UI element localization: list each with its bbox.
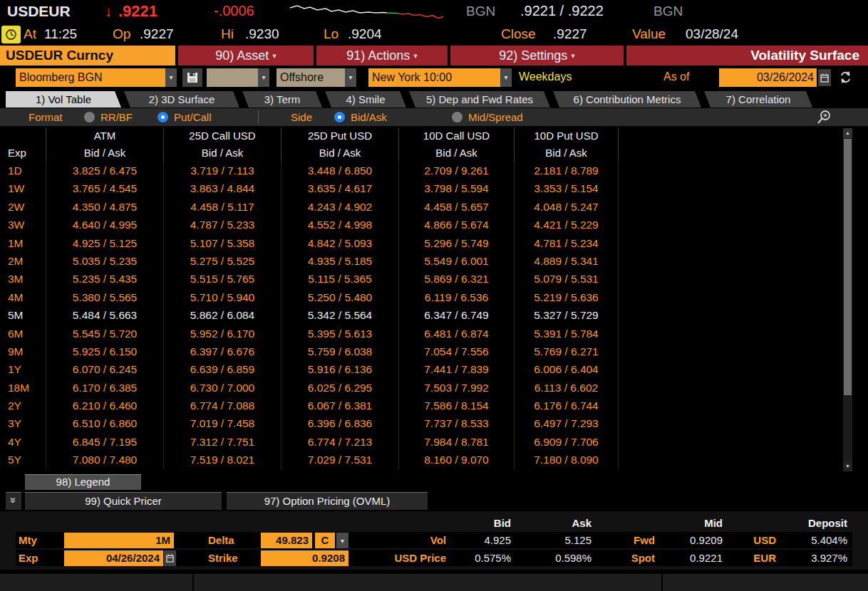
table-row[interactable]: 1W3.765 / 4.5453.863 / 4.8443.635 / 4.61… bbox=[6, 179, 619, 197]
exp-cell: 1Y bbox=[6, 360, 46, 378]
side-bidask-radio[interactable] bbox=[334, 112, 345, 122]
table-row[interactable]: 6M5.545 / 5.7205.952 / 6.1705.395 / 5.61… bbox=[6, 325, 619, 342]
refresh-button[interactable] bbox=[838, 70, 853, 88]
col-header: 25D Call USD bbox=[164, 127, 281, 145]
legend-button[interactable]: 98) Legend bbox=[25, 474, 141, 490]
tab-3-term[interactable]: 3) Term bbox=[242, 91, 322, 108]
calendar-mode-label[interactable]: Weekdays bbox=[519, 70, 572, 83]
bid-ask-cell: 5.115 / 5.365 bbox=[281, 270, 399, 288]
cut-time-select[interactable]: New York 10:00 ▾ bbox=[368, 68, 512, 87]
chevron-down-icon: ▾ bbox=[571, 51, 575, 60]
exp-cell: 6M bbox=[6, 325, 46, 342]
chevron-down-icon: ▾ bbox=[413, 51, 418, 60]
table-row[interactable]: 3M5.235 / 5.4355.515 / 5.7655.115 / 5.36… bbox=[6, 270, 619, 288]
tab-7-correlation[interactable]: 7) Correlation bbox=[704, 91, 812, 108]
save-button[interactable] bbox=[182, 68, 202, 87]
table-row[interactable]: 1M4.925 / 5.1255.107 / 5.3584.842 / 5.09… bbox=[6, 234, 619, 252]
exp-cell: 1W bbox=[6, 179, 46, 197]
price-sparkline bbox=[289, 1, 445, 22]
scroll-up-icon[interactable]: ▲ bbox=[843, 128, 852, 138]
as-of-label: As of bbox=[663, 70, 689, 83]
sub-header: Bid / Ask bbox=[399, 145, 515, 162]
format-putcall-radio[interactable] bbox=[157, 112, 168, 122]
table-row[interactable]: 3Y6.510 / 6.8607.019 / 7.4586.396 / 6.83… bbox=[6, 414, 619, 432]
bid-ask-quote: .9221 / .9222 bbox=[520, 3, 604, 19]
table-row[interactable]: 4M5.380 / 5.5655.710 / 5.9405.250 / 5.48… bbox=[6, 288, 619, 306]
market-select[interactable]: Offshore ▾ bbox=[277, 68, 356, 87]
quick-pricer-button[interactable]: 99) Quick Pricer bbox=[25, 492, 222, 510]
chevron-down-icon[interactable]: ▾ bbox=[336, 533, 348, 548]
tab-6-contribution-metrics[interactable]: 6) Contribution Metrics bbox=[553, 91, 701, 108]
table-row[interactable]: 5Y7.080 / 7.4807.519 / 8.0217.029 / 7.53… bbox=[6, 451, 619, 469]
call-put-select[interactable]: C bbox=[315, 533, 335, 548]
table-row[interactable]: 9M5.925 / 6.1506.397 / 6.6765.759 / 6.03… bbox=[6, 342, 619, 360]
table-row[interactable]: 1Y6.070 / 6.2456.639 / 6.8595.916 / 6.13… bbox=[6, 360, 619, 378]
asset-menu-button[interactable]: 90) Asset ▾ bbox=[178, 46, 314, 66]
layout-select[interactable]: ▾ bbox=[207, 68, 269, 87]
format-rrbf-radio[interactable] bbox=[84, 112, 95, 122]
bid-ask-cell: 6.730 / 7.000 bbox=[164, 379, 281, 397]
expiry-date-field[interactable]: 04/26/2024 bbox=[64, 550, 163, 566]
side-midspread-radio[interactable] bbox=[452, 112, 463, 122]
maturity-field[interactable]: 1M bbox=[64, 533, 174, 548]
last-price: .9221 bbox=[118, 2, 157, 21]
bid-ask-cell: 7.029 / 7.531 bbox=[281, 451, 399, 469]
bid-ask-cell: 7.503 / 7.992 bbox=[399, 379, 515, 397]
tab-4-smile[interactable]: 4) Smile bbox=[325, 91, 406, 108]
bid-ask-cell: 5.862 / 6.084 bbox=[164, 306, 281, 324]
table-row[interactable]: 2M5.035 / 5.2355.275 / 5.5254.935 / 5.18… bbox=[6, 252, 619, 270]
bid-ask-cell: 5.327 / 5.729 bbox=[515, 306, 619, 324]
calendar-picker-button[interactable] bbox=[818, 69, 831, 86]
bid-ask-cell: 3.635 / 4.617 bbox=[281, 179, 399, 197]
table-row[interactable]: 1D3.825 / 6.4753.719 / 7.1133.448 / 6.85… bbox=[6, 162, 619, 179]
bid-ask-cell: 5.710 / 5.940 bbox=[164, 288, 281, 306]
bid-ask-cell: 5.219 / 5.636 bbox=[515, 288, 619, 306]
bid-ask-cell: 5.925 / 6.150 bbox=[46, 342, 164, 360]
bid-ask-cell: 6.176 / 6.744 bbox=[515, 397, 619, 414]
bid-ask-cell: 6.006 / 6.404 bbox=[515, 360, 619, 378]
table-row[interactable]: 3W4.640 / 4.9954.787 / 5.2334.552 / 4.99… bbox=[6, 216, 619, 234]
table-row[interactable]: 2Y6.210 / 6.4606.774 / 7.0886.067 / 6.38… bbox=[6, 397, 619, 414]
bid-ask-cell: 4.866 / 5.674 bbox=[399, 216, 515, 234]
exp-cell: 5M bbox=[6, 306, 46, 324]
chevron-down-icon: ▾ bbox=[500, 68, 512, 87]
actions-menu-button[interactable]: 91) Actions ▾ bbox=[316, 46, 448, 66]
tab-1-vol-table[interactable]: 1) Vol Table bbox=[6, 91, 121, 108]
table-row[interactable]: 5M5.484 / 5.6635.862 / 6.0845.342 / 5.56… bbox=[6, 306, 619, 324]
bid-ask-cell: 5.107 / 5.358 bbox=[164, 234, 281, 252]
divider bbox=[258, 110, 259, 124]
security-field[interactable]: USDEUR Curncy bbox=[0, 46, 175, 66]
exp-label: Exp bbox=[19, 552, 38, 564]
table-row[interactable]: 2W4.350 / 4.8754.458 / 5.1174.243 / 4.90… bbox=[6, 198, 619, 216]
format-rrbf-label: RR/BF bbox=[100, 108, 133, 126]
delta-field[interactable]: 49.823 bbox=[261, 533, 312, 548]
fwd-label: Fwd bbox=[609, 534, 655, 546]
double-chevron-down-icon: » bbox=[6, 497, 22, 503]
chevron-down-icon: ▾ bbox=[165, 68, 177, 87]
option-pricing-button[interactable]: 97) Option Pricing (OVML) bbox=[227, 492, 428, 510]
collapse-panel-button[interactable]: » bbox=[6, 492, 21, 510]
scroll-down-icon[interactable]: ▼ bbox=[843, 461, 852, 471]
as-of-date-field[interactable]: 03/26/2024 bbox=[719, 68, 817, 87]
intraday-clock-icon[interactable] bbox=[1, 26, 21, 43]
tab-5-dep-and-fwd-rates[interactable]: 5) Dep and Fwd Rates bbox=[409, 91, 550, 108]
bid-ask-cell: 7.737 / 8.533 bbox=[399, 414, 515, 432]
settings-menu-button[interactable]: 92) Settings ▾ bbox=[450, 46, 624, 66]
exp-cell: 4M bbox=[6, 288, 46, 306]
table-row[interactable]: 18M6.170 / 6.3856.730 / 7.0006.025 / 6.2… bbox=[6, 379, 619, 397]
tab-2-3d-surface[interactable]: 2) 3D Surface bbox=[124, 91, 239, 108]
zoom-search-button[interactable] bbox=[815, 109, 832, 128]
expiry-calendar-button[interactable] bbox=[164, 550, 176, 566]
bid-ask-cell: 6.397 / 6.676 bbox=[164, 342, 281, 360]
at-label: At bbox=[24, 26, 36, 42]
chevron-down-icon: ▾ bbox=[345, 68, 356, 87]
bid-ask-cell: 5.545 / 5.720 bbox=[46, 325, 164, 342]
source-select[interactable]: Bloomberg BGN ▾ bbox=[16, 68, 177, 87]
table-row[interactable]: 4Y6.845 / 7.1957.312 / 7.7516.774 / 7.21… bbox=[6, 433, 619, 451]
table-scrollbar[interactable]: ▲ ▼ bbox=[843, 128, 852, 471]
exp-cell: 5Y bbox=[6, 451, 46, 469]
strike-field[interactable]: 0.9208 bbox=[261, 550, 348, 566]
scrollbar-thumb[interactable] bbox=[844, 139, 852, 395]
bid-ask-cell: 5.296 / 5.749 bbox=[399, 234, 515, 252]
close-label: Close bbox=[501, 26, 536, 42]
